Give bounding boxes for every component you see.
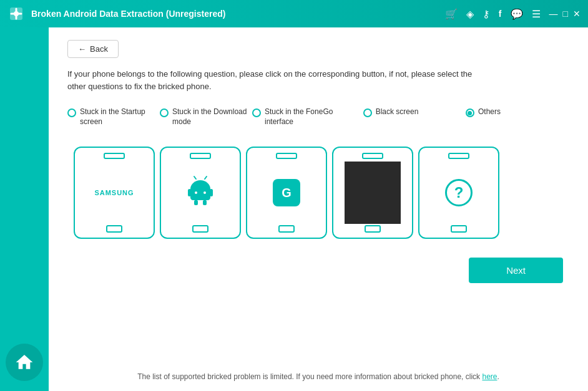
radio-startup[interactable] <box>67 109 76 117</box>
option-blackscreen-label: Black screen <box>376 107 419 117</box>
radio-download[interactable] <box>160 109 169 117</box>
svg-rect-6 <box>194 200 198 205</box>
question-mark-icon: ? <box>445 179 473 206</box>
minimize-button[interactable]: — <box>549 9 558 19</box>
radio-others[interactable] <box>466 109 474 117</box>
main-area: ← Back If your phone belongs to the foll… <box>0 27 588 391</box>
back-button[interactable]: ← Back <box>67 40 119 58</box>
svg-rect-5 <box>210 189 213 196</box>
option-download-label: Stuck in the Download mode <box>172 107 252 127</box>
wifi-icon: ◈ <box>466 8 474 20</box>
option-others-header: Others <box>466 107 501 117</box>
option-download[interactable]: Stuck in the Download mode <box>160 107 252 132</box>
footer-link[interactable]: here <box>482 372 497 381</box>
footer-text-main: The list of supported bricked problem is… <box>137 372 482 381</box>
phone-others-screen: ? <box>431 162 487 224</box>
option-blackscreen[interactable]: Black screen <box>345 107 437 122</box>
menu-icon[interactable]: ☰ <box>532 8 541 20</box>
phone-blackscreen[interactable] <box>332 147 413 239</box>
key-icon: ⚷ <box>483 8 490 20</box>
option-download-header: Stuck in the Download mode <box>160 107 252 127</box>
sidebar <box>0 27 49 391</box>
facebook-icon[interactable]: f <box>499 9 502 19</box>
samsung-logo: SAMSUNG <box>94 189 134 196</box>
options-row: Stuck in the Startup screen Stuck in the… <box>67 107 569 132</box>
instruction-text: If your phone belongs to the following q… <box>67 68 492 92</box>
option-blackscreen-header: Black screen <box>363 107 419 117</box>
svg-line-9 <box>205 176 207 179</box>
phones-row: SAMSUNG <box>74 147 569 239</box>
back-label: Back <box>90 44 108 54</box>
fonego-logo: G <box>273 179 300 206</box>
titlebar: Broken Android Data Extraction (Unregist… <box>0 0 588 27</box>
option-others-label: Others <box>478 107 501 117</box>
phone-others[interactable]: ? <box>418 147 499 239</box>
svg-point-11 <box>203 191 206 194</box>
close-button[interactable]: ✕ <box>573 9 581 19</box>
window-controls: — □ ✕ <box>549 9 581 19</box>
svg-rect-7 <box>203 200 207 205</box>
maximize-button[interactable]: □ <box>563 9 568 19</box>
svg-line-8 <box>194 176 196 179</box>
home-button[interactable] <box>6 344 43 381</box>
footer-suffix: . <box>497 372 499 381</box>
svg-rect-4 <box>188 189 191 196</box>
phone-download[interactable] <box>160 147 241 239</box>
radio-blackscreen[interactable] <box>363 109 372 117</box>
option-startup[interactable]: Stuck in the Startup screen <box>67 107 160 132</box>
cart-icon[interactable]: 🛒 <box>445 8 458 20</box>
next-button[interactable]: Next <box>469 258 563 283</box>
app-title: Broken Android Data Extraction (Unregist… <box>31 9 445 19</box>
option-others[interactable]: Others <box>437 107 529 122</box>
svg-point-10 <box>195 191 197 194</box>
radio-fonego[interactable] <box>252 109 261 117</box>
phone-startup-screen: SAMSUNG <box>86 162 142 224</box>
phone-startup[interactable]: SAMSUNG <box>74 147 155 239</box>
footer-text: The list of supported bricked problem is… <box>49 372 588 381</box>
toolbar-icons: 🛒 ◈ ⚷ f 💬 ☰ <box>445 8 541 20</box>
content-area: ← Back If your phone belongs to the foll… <box>49 27 588 391</box>
phone-fonego[interactable]: G <box>246 147 327 239</box>
chat-icon[interactable]: 💬 <box>511 8 523 20</box>
back-arrow-icon: ← <box>78 44 86 54</box>
option-fonego[interactable]: Stuck in the FoneGo interface <box>252 107 345 132</box>
phone-blackscreen-screen <box>345 162 401 224</box>
phone-fonego-screen: G <box>258 162 315 224</box>
option-fonego-label: Stuck in the FoneGo interface <box>265 107 345 127</box>
option-fonego-header: Stuck in the FoneGo interface <box>252 107 345 127</box>
svg-point-1 <box>14 11 19 16</box>
option-startup-label: Stuck in the Startup screen <box>80 107 160 127</box>
option-startup-header: Stuck in the Startup screen <box>67 107 160 127</box>
android-icon <box>185 175 215 211</box>
app-icon <box>7 5 25 22</box>
phone-download-screen <box>172 162 228 224</box>
